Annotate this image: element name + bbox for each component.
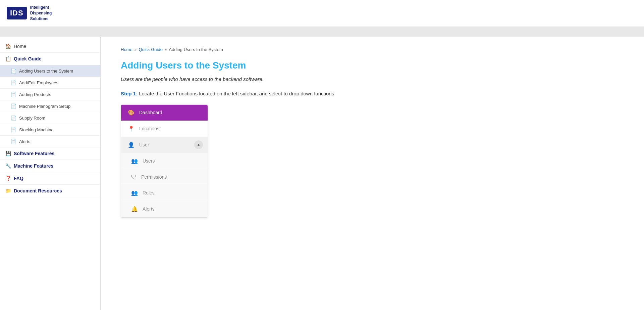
step1-text: Locate the User Functions located on the… [138,91,334,96]
mock-locations-item: 📍 Locations [121,121,208,137]
faq-icon: ❓ [5,176,11,181]
document-icon: 📁 [5,188,11,193]
sidebar-subitem-label: Supply Room [19,116,45,121]
mock-dashboard-item: 🎨 Dashboard [121,105,208,121]
mock-roles-item: 👥 Roles [121,185,208,201]
header: IDS IntelligentDispensingSolutions [0,0,644,27]
page-icon-6: 📄 [11,127,16,132]
sidebar-subitem-label: Adding Products [19,92,51,97]
sidebar-subitem-stocking-machine[interactable]: 📄 Stocking Machine [0,124,100,136]
mock-alerts-label: Alerts [143,206,155,212]
user-icon: 👤 [128,142,135,148]
intro-text: Users are the people who have access to … [121,76,624,82]
sidebar-subitem-label: Adding Users to the System [19,69,73,74]
sidebar-item-quick-guide[interactable]: 📋 Quick Guide [0,53,100,65]
sidebar-quick-guide-label: Quick Guide [14,56,41,61]
mock-users-item: 👥 Users [121,153,208,169]
logo: IDS IntelligentDispensingSolutions [7,5,52,21]
page-title: Adding Users to the System [121,60,624,71]
sidebar-subitem-adding-products[interactable]: 📄 Adding Products [0,89,100,100]
sidebar: 🏠 Home 📋 Quick Guide 📄 Adding Users to t… [0,37,101,310]
sidebar-document-label: Document Resources [14,188,62,193]
software-icon: 💾 [5,151,11,156]
mock-user-item: 👤 User ▲ [121,137,208,153]
users-icon: 👥 [131,158,138,164]
breadcrumb-quick-guide[interactable]: Quick Guide [139,47,163,52]
mock-users-label: Users [143,158,155,164]
breadcrumb: Home » Quick Guide » Adding Users to the… [121,47,624,52]
home-icon: 🏠 [5,44,11,49]
mock-permissions-label: Permissions [141,174,167,180]
page-icon-2: 📄 [11,80,16,85]
sidebar-machine-label: Machine Features [14,163,53,169]
logo-box: IDS [7,7,27,19]
sidebar-subitem-add-edit-employees[interactable]: 📄 Add/Edit Employees [0,77,100,89]
logo-text: IDS [10,9,23,17]
sidebar-item-faq[interactable]: ❓ FAQ [0,172,100,185]
breadcrumb-home[interactable]: Home [121,47,132,52]
location-icon: 📍 [128,126,135,132]
layout: 🏠 Home 📋 Quick Guide 📄 Adding Users to t… [0,37,644,310]
mock-permissions-item: 🛡 Permissions [121,169,208,185]
sidebar-item-machine-features[interactable]: 🔧 Machine Features [0,160,100,172]
dashboard-icon: 🎨 [128,109,135,116]
mock-roles-label: Roles [143,190,155,195]
breadcrumb-sep-1: » [135,47,137,52]
mock-alerts-item: 🔔 Alerts [121,201,208,217]
sidebar-subitem-label: Alerts [19,139,30,144]
mock-user-label: User [139,142,149,147]
breadcrumb-current: Adding Users to the System [169,47,223,52]
sidebar-subitem-adding-users[interactable]: 📄 Adding Users to the System [0,65,100,77]
sub-header [0,27,644,37]
sidebar-subitem-machine-planogram[interactable]: 📄 Machine Planogram Setup [0,100,100,112]
page-icon-1: 📄 [11,68,16,74]
sidebar-item-software-features[interactable]: 💾 Software Features [0,147,100,160]
main-content: Home » Quick Guide » Adding Users to the… [101,37,644,310]
sidebar-subitem-label: Add/Edit Employees [19,80,58,85]
mock-locations-label: Locations [139,126,159,131]
sidebar-subitem-label: Machine Planogram Setup [19,104,70,109]
page-icon-3: 📄 [11,92,16,97]
bell-icon: 🔔 [131,206,138,212]
sidebar-home-label: Home [14,44,26,49]
sidebar-item-document-resources[interactable]: 📁 Document Resources [0,185,100,197]
sidebar-subitem-supply-room[interactable]: 📄 Supply Room [0,112,100,124]
shield-icon: 🛡 [131,174,137,180]
machine-icon: 🔧 [5,163,11,169]
sidebar-software-label: Software Features [14,151,54,156]
sidebar-item-home[interactable]: 🏠 Home [0,40,100,53]
roles-icon: 👥 [131,190,138,196]
page-icon-4: 📄 [11,103,16,109]
mock-dashboard-label: Dashboard [139,110,162,115]
step1: Step 1: Locate the User Functions locate… [121,90,624,98]
page-icon-5: 📄 [11,115,16,121]
sidebar-subitem-label: Stocking Machine [19,127,54,132]
step1-label: Step 1: [121,91,138,96]
logo-subtitle: IntelligentDispensingSolutions [30,5,52,21]
page-icon-7: 📄 [11,139,16,144]
book-icon: 📋 [5,56,11,61]
breadcrumb-sep-2: » [165,47,167,52]
mock-ui-panel: 🎨 Dashboard 📍 Locations 👤 User ▲ 👥 Users… [121,104,208,218]
sidebar-faq-label: FAQ [14,176,23,181]
sidebar-subitem-alerts[interactable]: 📄 Alerts [0,136,100,147]
chevron-up-icon: ▲ [194,140,203,149]
